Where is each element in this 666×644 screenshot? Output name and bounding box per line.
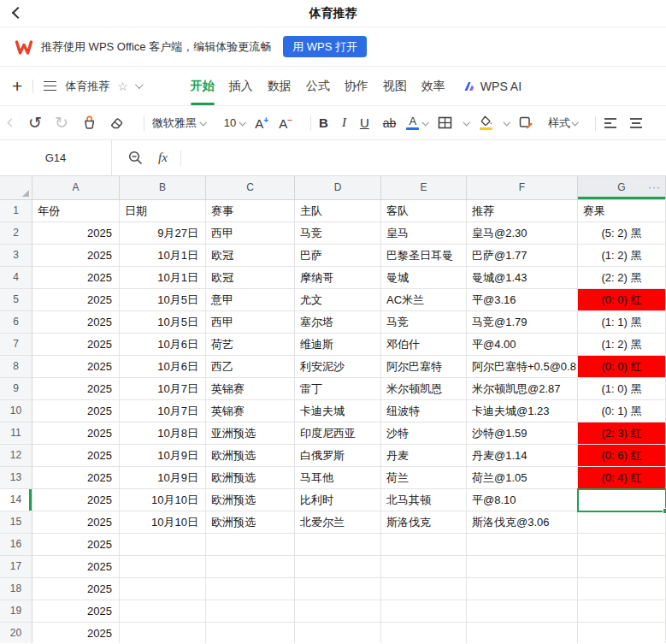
- cell-F15[interactable]: 斯洛伐克@3.06: [467, 511, 578, 534]
- cell-C7[interactable]: 荷艺: [206, 334, 295, 356]
- cell-A11[interactable]: 2025: [32, 422, 120, 445]
- cell-A10[interactable]: 2025: [32, 400, 120, 422]
- bold-button[interactable]: B: [319, 115, 328, 130]
- cell-F12[interactable]: 丹麦@1.14: [467, 445, 578, 467]
- cell-G7[interactable]: (1: 2) 黑: [578, 334, 666, 356]
- cell-A7[interactable]: 2025: [32, 334, 120, 356]
- cell-E19[interactable]: [381, 600, 467, 623]
- cell-D6[interactable]: 塞尔塔: [295, 311, 381, 334]
- cell-B13[interactable]: 10月9日: [120, 467, 206, 489]
- cell-E13[interactable]: 荷兰: [381, 467, 467, 489]
- cell-B7[interactable]: 10月6日: [120, 334, 206, 356]
- cell-C17[interactable]: [206, 556, 295, 578]
- cell-E11[interactable]: 沙特: [381, 422, 467, 445]
- font-name-select[interactable]: 微软雅黑: [152, 115, 197, 131]
- chevron-down-icon[interactable]: [239, 119, 246, 126]
- cell-E9[interactable]: 米尔顿凯恩: [381, 378, 467, 400]
- cell-D12[interactable]: 白俄罗斯: [295, 445, 381, 467]
- cell-B19[interactable]: [120, 600, 206, 623]
- cell-B4[interactable]: 10月1日: [120, 267, 206, 289]
- cell-B17[interactable]: [120, 556, 206, 578]
- row-header-3[interactable]: 3: [0, 245, 32, 267]
- cell-F4[interactable]: 曼城@1.43: [467, 267, 578, 289]
- cell-F8[interactable]: 阿尔巴塞特+0.5@0.8: [467, 356, 578, 378]
- column-header-B[interactable]: B: [120, 176, 206, 200]
- cell-E15[interactable]: 斯洛伐克: [381, 511, 467, 534]
- cell-C4[interactable]: 欧冠: [206, 267, 295, 289]
- align-left-icon[interactable]: [604, 117, 618, 129]
- decrease-font-button[interactable]: A−: [279, 115, 292, 131]
- row-header-8[interactable]: 8: [0, 356, 32, 378]
- cell-F9[interactable]: 米尔顿凯思@2.87: [467, 378, 578, 400]
- cell-D15[interactable]: 北爱尔兰: [295, 511, 381, 534]
- cell-B8[interactable]: 10月6日: [120, 356, 206, 378]
- cell-A15[interactable]: 2025: [32, 511, 120, 534]
- cell-E4[interactable]: 曼城: [381, 267, 467, 289]
- cell-A3[interactable]: 2025: [32, 245, 120, 267]
- cell-F19[interactable]: [467, 600, 578, 623]
- chevron-down-icon[interactable]: [572, 119, 579, 126]
- row-header-6[interactable]: 6: [0, 311, 32, 334]
- select-all-corner[interactable]: [0, 176, 32, 200]
- cell-F11[interactable]: 沙特@1.59: [467, 422, 578, 445]
- align-center-icon[interactable]: [629, 117, 644, 129]
- zoom-out-icon[interactable]: [127, 150, 144, 166]
- open-in-wps-button[interactable]: 用 WPS 打开: [283, 36, 367, 57]
- cell-D1[interactable]: 主队: [295, 200, 381, 222]
- cell-E18[interactable]: [381, 578, 467, 600]
- cell-C15[interactable]: 欧洲预选: [206, 511, 295, 534]
- row-header-10[interactable]: 10: [0, 400, 32, 422]
- cell-G18[interactable]: [578, 578, 666, 600]
- row-header-14[interactable]: 14: [0, 489, 32, 511]
- font-color-button[interactable]: A: [406, 115, 419, 131]
- cell-E17[interactable]: [381, 556, 467, 578]
- row-header-4[interactable]: 4: [0, 267, 32, 289]
- cell-A14[interactable]: 2025: [32, 489, 120, 511]
- cell-F5[interactable]: 平@3.16: [467, 289, 578, 311]
- chevron-down-icon[interactable]: [463, 119, 470, 126]
- cell-C6[interactable]: 西甲: [206, 311, 295, 334]
- cell-F16[interactable]: [467, 534, 578, 556]
- cell-A20[interactable]: 2025: [32, 623, 120, 643]
- cell-C5[interactable]: 意甲: [206, 289, 295, 311]
- cell-D20[interactable]: [295, 623, 381, 643]
- cell-E2[interactable]: 皇马: [381, 222, 467, 245]
- cell-reference-box[interactable]: G14: [0, 140, 112, 175]
- cell-B1[interactable]: 日期: [120, 200, 206, 222]
- fill-color-button[interactable]: [479, 115, 492, 131]
- cell-D16[interactable]: [295, 534, 381, 556]
- cell-C10[interactable]: 英锦赛: [206, 400, 295, 422]
- cell-A18[interactable]: 2025: [32, 578, 120, 600]
- cell-C16[interactable]: [206, 534, 295, 556]
- insert-function-icon[interactable]: fx: [158, 151, 168, 165]
- cell-B14[interactable]: 10月10日: [120, 489, 206, 511]
- cell-D11[interactable]: 印度尼西亚: [295, 422, 381, 445]
- cell-G5[interactable]: (0: 0) 红: [578, 289, 666, 311]
- cell-A6[interactable]: 2025: [32, 311, 120, 334]
- cell-D19[interactable]: [295, 600, 381, 623]
- cell-D18[interactable]: [295, 578, 381, 600]
- cell-G6[interactable]: (1: 1) 黑: [578, 311, 666, 334]
- cell-G9[interactable]: (1: 0) 黑: [578, 378, 666, 400]
- cell-A16[interactable]: 2025: [32, 534, 120, 556]
- cell-C1[interactable]: 赛事: [206, 200, 295, 222]
- row-header-18[interactable]: 18: [0, 578, 32, 600]
- cell-A19[interactable]: 2025: [32, 600, 120, 623]
- cell-B5[interactable]: 10月5日: [120, 289, 206, 311]
- cell-G10[interactable]: (0: 1) 黑: [578, 400, 666, 422]
- row-header-13[interactable]: 13: [0, 467, 32, 489]
- chevron-down-icon[interactable]: [504, 119, 510, 126]
- row-header-5[interactable]: 5: [0, 289, 32, 311]
- cell-F3[interactable]: 巴萨@1.77: [467, 245, 578, 267]
- cell-D2[interactable]: 马竞: [295, 222, 381, 245]
- cell-F18[interactable]: [467, 578, 578, 600]
- cell-C8[interactable]: 西乙: [206, 356, 295, 378]
- cell-A9[interactable]: 2025: [32, 378, 120, 400]
- italic-button[interactable]: I: [342, 115, 346, 130]
- cell-G2[interactable]: (5: 2) 黑: [578, 222, 666, 245]
- underline-button[interactable]: U: [360, 115, 369, 130]
- cell-A12[interactable]: 2025: [32, 445, 120, 467]
- cell-B12[interactable]: 10月9日: [120, 445, 206, 467]
- cell-C18[interactable]: [206, 578, 295, 600]
- cell-B10[interactable]: 10月7日: [120, 400, 206, 422]
